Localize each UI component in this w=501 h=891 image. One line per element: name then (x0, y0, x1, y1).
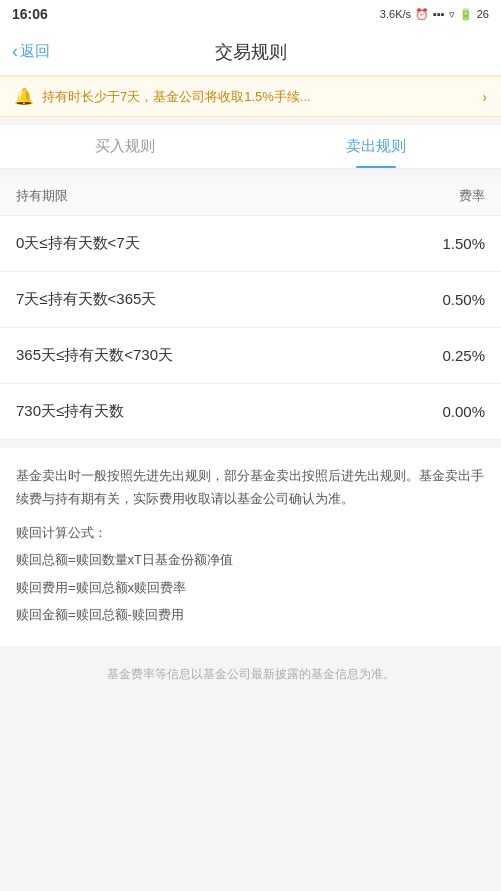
table-row: 365天≤持有天数<730天 0.25% (0, 328, 501, 384)
header: ‹ 返回 交易规则 (0, 28, 501, 76)
info-section: 基金卖出时一般按照先进先出规则，部分基金卖出按照后进先出规则。基金卖出手续费与持… (0, 448, 501, 646)
row-label-2: 365天≤持有天数<730天 (16, 346, 442, 365)
notice-banner[interactable]: 🔔 持有时长少于7天，基金公司将收取1.5%手续... › (0, 76, 501, 117)
info-paragraph-0: 基金卖出时一般按照先进先出规则，部分基金卖出按照后进先出规则。基金卖出手续费与持… (16, 464, 485, 511)
notice-content: 🔔 持有时长少于7天，基金公司将收取1.5%手续... (14, 87, 482, 106)
col-holding-period: 持有期限 (16, 187, 459, 205)
tabs-container: 买入规则 卖出规则 (0, 125, 501, 169)
row-value-1: 0.50% (442, 291, 485, 308)
row-value-3: 0.00% (442, 403, 485, 420)
speaker-icon: 🔔 (14, 87, 34, 106)
status-time: 16:06 (12, 6, 48, 22)
status-right: 3.6K/s ⏰ ▪▪▪ ▿ 🔋 26 (380, 8, 489, 21)
table-row: 7天≤持有天数<365天 0.50% (0, 272, 501, 328)
col-fee-rate: 费率 (459, 187, 485, 205)
back-label: 返回 (20, 42, 50, 61)
row-value-2: 0.25% (442, 347, 485, 364)
clock-icon: ⏰ (415, 8, 429, 21)
back-arrow-icon: ‹ (12, 41, 18, 62)
back-button[interactable]: ‹ 返回 (12, 41, 50, 62)
status-bar: 16:06 3.6K/s ⏰ ▪▪▪ ▿ 🔋 26 (0, 0, 501, 28)
fee-table: 持有期限 费率 0天≤持有天数<7天 1.50% 7天≤持有天数<365天 0.… (0, 177, 501, 440)
row-label-3: 730天≤持有天数 (16, 402, 442, 421)
tab-sell-rules[interactable]: 卖出规则 (251, 125, 502, 168)
tab-buy-rules[interactable]: 买入规则 (0, 125, 251, 168)
info-formula-2: 赎回费用=赎回总额x赎回费率 (16, 576, 485, 599)
footer-text: 基金费率等信息以基金公司最新披露的基金信息为准。 (107, 667, 395, 681)
table-header: 持有期限 费率 (0, 177, 501, 216)
wifi-icon: ▿ (449, 8, 455, 21)
row-value-0: 1.50% (442, 235, 485, 252)
battery-icon: 🔋 (459, 8, 473, 21)
battery-level: 26 (477, 8, 489, 20)
row-label-1: 7天≤持有天数<365天 (16, 290, 442, 309)
row-label-0: 0天≤持有天数<7天 (16, 234, 442, 253)
info-formula-3: 赎回金额=赎回总额-赎回费用 (16, 603, 485, 626)
network-speed: 3.6K/s (380, 8, 411, 20)
info-formula-title: 赎回计算公式： (16, 521, 485, 544)
notice-text: 持有时长少于7天，基金公司将收取1.5%手续... (42, 88, 482, 106)
info-formula-1: 赎回总额=赎回数量xT日基金份额净值 (16, 548, 485, 571)
notice-arrow-icon: › (482, 89, 487, 105)
table-row: 0天≤持有天数<7天 1.50% (0, 216, 501, 272)
signal-icon: ▪▪▪ (433, 8, 445, 20)
footer: 基金费率等信息以基金公司最新披露的基金信息为准。 (0, 646, 501, 703)
table-row: 730天≤持有天数 0.00% (0, 384, 501, 440)
page-title: 交易规则 (215, 40, 287, 64)
